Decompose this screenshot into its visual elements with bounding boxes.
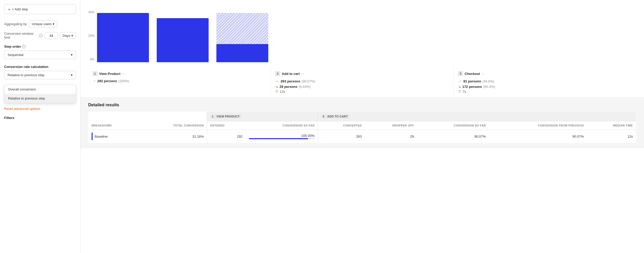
- funnel-step-2: 2 Add to cart ··· → 263 persons (90.07%)…: [271, 67, 454, 97]
- step-2-group-header: 2 ADD TO CART: [318, 112, 636, 121]
- funnel-step-1: 1 View Product ··· → 292 persons (100%): [88, 67, 271, 97]
- funnel-step-3: 3 Checkout ··· → 91 persons (34.6%) ↘ 17…: [454, 67, 636, 97]
- total-conversion-cell: 31.16%: [138, 130, 207, 143]
- detailed-results-section: Detailed results BREAKDOWN TOTAL CONVERS…: [80, 97, 644, 148]
- step-3-time: 7s: [463, 90, 466, 94]
- days-value: Days: [63, 34, 70, 38]
- step-2-badge: 2 ADD TO CART: [321, 114, 349, 118]
- col-breakdown: BREAKDOWN: [88, 112, 138, 130]
- col-conversion-so-far-1: CONVERSION SO FAR: [246, 121, 318, 130]
- conversion-rate-select[interactable]: Relative to previous step ▾: [4, 71, 76, 79]
- step-1-badge: 1 VIEW PRODUCT: [210, 114, 241, 118]
- step-3-header: 3 Checkout ···: [458, 71, 632, 76]
- step-2-dropped-pct: (9.93%): [299, 85, 311, 89]
- aggregating-row: Aggregating by Unique users ▾: [4, 20, 76, 27]
- chevron-down-icon-rate: ▾: [71, 73, 73, 77]
- median-time-cell: 12s: [587, 130, 636, 143]
- conversion-window-label: Conversion window limit i: [4, 32, 43, 39]
- step-order-value: Sequential: [8, 53, 23, 57]
- progress-bar-fill: [249, 138, 308, 139]
- conversion-so-far-2-cell: 90.07%: [417, 130, 489, 143]
- converted-cell: 263: [318, 130, 365, 143]
- filters-label: Filters: [4, 116, 76, 120]
- bar-group-1: [97, 10, 149, 62]
- info-icon[interactable]: i: [39, 34, 43, 37]
- progress-bar-container: [249, 138, 315, 139]
- step-3-name: Checkout: [465, 72, 480, 76]
- step-order-select[interactable]: Sequential ▾: [4, 51, 76, 59]
- step-2-menu[interactable]: ···: [301, 72, 304, 76]
- days-select[interactable]: Days ▾: [60, 32, 76, 39]
- step-3-dropped-row: ↘ 172 persons (65.4%): [458, 85, 632, 89]
- col-entered: ENTERED: [207, 121, 246, 130]
- left-panel: + + Add step Aggregating by Unique users…: [0, 0, 80, 253]
- add-step-label: + Add step: [12, 7, 28, 11]
- step-3-converted-val: 91 persons: [463, 79, 481, 83]
- baseline-cell: Baseline: [88, 130, 138, 143]
- bar-3-striped: [216, 13, 268, 44]
- step-1-group-header: 1 VIEW PRODUCT: [207, 112, 318, 121]
- col-conversion-so-far-2: CONVERSION SO FAR: [417, 121, 489, 130]
- dropped-off-cell: 29: [365, 130, 417, 143]
- dropdown-option-overall[interactable]: Overall conversion: [4, 85, 76, 94]
- col-median-time: MEDIAN TIME: [587, 121, 636, 130]
- conversion-window-row: Conversion window limit i Days ▾: [4, 32, 76, 39]
- conversion-rate-value: Relative to previous step: [8, 73, 44, 77]
- aggregating-value: Unique users: [32, 22, 52, 26]
- results-table: BREAKDOWN TOTAL CONVERSION 1 VIEW PRODUC…: [88, 111, 636, 143]
- bar-group-3: [216, 10, 268, 62]
- step-2-name: Add to cart: [282, 72, 300, 76]
- entered-cell: 292: [207, 130, 246, 143]
- conversion-rate-section: Conversion rate calculation Relative to …: [4, 65, 76, 83]
- conversion-window-text: Conversion window limit: [4, 32, 38, 39]
- step-1-converted-row: → 292 persons (100%): [92, 79, 266, 83]
- reset-advanced-options-link[interactable]: Reset advanced options: [4, 107, 76, 111]
- bar-group-2: [157, 10, 209, 62]
- conversion-window-input[interactable]: [45, 32, 58, 39]
- chart-y-axis: 40% 20% 0%: [88, 10, 94, 62]
- y-label-0: 0%: [88, 58, 94, 61]
- chevron-down-icon: ▾: [53, 22, 54, 26]
- baseline-indicator: [92, 132, 93, 140]
- step-2-dropped-val: 29 persons: [279, 85, 297, 89]
- conversion-so-far-1-cell: 100.00%: [246, 130, 318, 143]
- right-panel: 40% 20% 0%: [80, 0, 644, 253]
- step-1-converted-pct: (100%): [118, 79, 129, 83]
- step-1-menu[interactable]: ···: [122, 72, 125, 76]
- arrow-right-icon-2: →: [275, 79, 279, 83]
- aggregating-select[interactable]: Unique users ▾: [29, 20, 57, 27]
- step-1-name: View Product: [99, 72, 120, 76]
- step-3-converted-row: → 91 persons (34.6%): [458, 79, 632, 83]
- step-2-converted-val: 263 persons: [280, 79, 300, 83]
- arrow-up-icon-1: →: [92, 79, 96, 83]
- step-2-time-row: ⏱ 12s: [275, 90, 449, 94]
- step-3-menu[interactable]: ···: [482, 72, 485, 76]
- add-step-button[interactable]: + + Add step: [4, 4, 76, 14]
- chart-container: 40% 20% 0%: [88, 5, 636, 62]
- y-label-20: 20%: [88, 34, 94, 38]
- chevron-down-icon-step: ▾: [71, 53, 73, 57]
- dropdown-option-relative[interactable]: Relative to previous step: [4, 94, 76, 103]
- col-total-conversion: TOTAL CONVERSION: [138, 112, 207, 130]
- step-2-time: 12s: [280, 90, 285, 94]
- bar-3-solid: [216, 44, 268, 62]
- step-order-section: Step order i Sequential ▾: [4, 45, 76, 63]
- funnel-steps-row: 1 View Product ··· → 292 persons (100%) …: [80, 62, 644, 97]
- plus-icon: +: [8, 7, 10, 11]
- arrow-right-icon-3: →: [458, 79, 462, 83]
- step-3-dropped-pct: (65.4%): [483, 85, 495, 89]
- clock-icon-3: ⏱: [458, 90, 461, 94]
- table-header-row: BREAKDOWN TOTAL CONVERSION 1 VIEW PRODUC…: [88, 112, 636, 121]
- step-order-info-icon[interactable]: i: [22, 45, 26, 48]
- step-3-converted-pct: (34.6%): [482, 79, 494, 83]
- col-dropped-off: DROPPED OFF: [365, 121, 417, 130]
- bar-1-solid: [97, 13, 149, 62]
- chevron-down-icon-days: ▾: [71, 34, 73, 38]
- step-2-converted-pct: (90.07%): [302, 79, 315, 83]
- col-conversion-from-previous: CONVERSION FROM PREVIOUS: [489, 121, 587, 130]
- step-3-number: 3: [458, 71, 463, 76]
- bars-wrapper: [97, 10, 636, 62]
- col-converted: CONVERTED: [318, 121, 365, 130]
- step-2-number: 2: [275, 71, 280, 76]
- chart-area: 40% 20% 0%: [80, 0, 644, 62]
